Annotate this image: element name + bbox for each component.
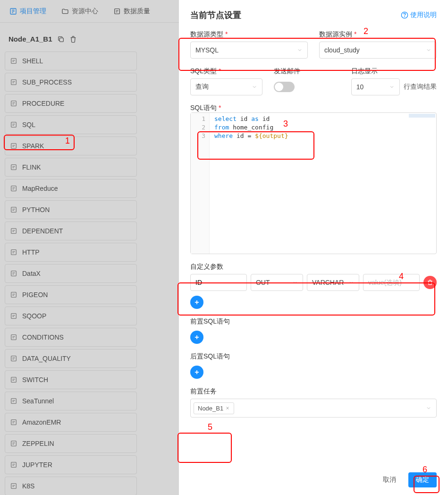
task-type-label: CONDITIONS	[22, 333, 64, 341]
pre-task-select[interactable]: Node_B1	[190, 399, 437, 418]
task-type-label: DEPENDENT	[22, 227, 63, 235]
ds-instance-label: 数据源实例	[319, 30, 437, 39]
param-direction-select[interactable]: OUT	[251, 274, 303, 291]
task-type-datax[interactable]: DataX	[5, 264, 137, 283]
svg-rect-26	[11, 484, 17, 489]
task-type-label: K8S	[22, 482, 34, 490]
svg-rect-8	[11, 101, 17, 106]
task-type-shell[interactable]: SHELL	[5, 51, 137, 70]
nav-project-label: 项目管理	[20, 7, 46, 16]
task-icon	[10, 227, 17, 235]
drawer-title: 当前节点设置	[190, 9, 241, 21]
task-type-jupyter[interactable]: JUPYTER	[5, 455, 137, 474]
svg-rect-18	[11, 314, 17, 319]
svg-rect-12	[11, 186, 17, 191]
log-display-value: 10	[356, 83, 364, 91]
pre-task-tag: Node_B1	[194, 402, 234, 414]
param-row: OUT VARCHAR	[190, 274, 437, 291]
param-direction-value: OUT	[256, 279, 270, 286]
svg-rect-10	[11, 144, 17, 149]
task-type-label: ZEPPELIN	[22, 440, 54, 447]
post-sql-label: 后置SQL语句	[190, 352, 437, 361]
copy-icon[interactable]	[57, 35, 65, 43]
task-type-label: JUPYTER	[22, 461, 52, 469]
task-type-procedure[interactable]: PROCEDURE	[5, 94, 137, 113]
chevron-down-icon	[426, 47, 431, 53]
task-type-label: PIGEON	[22, 291, 48, 299]
task-icon	[10, 333, 17, 341]
add-pre-sql-button[interactable]	[190, 331, 203, 344]
send-mail-switch[interactable]	[274, 82, 295, 92]
task-icon	[10, 100, 17, 107]
svg-point-28	[405, 17, 405, 17]
help-link[interactable]: 使用说明	[401, 11, 437, 19]
ds-instance-select[interactable]: cloud_study	[319, 42, 437, 59]
task-icon	[10, 312, 17, 320]
param-type-select[interactable]: VARCHAR	[307, 274, 359, 291]
chevron-down-icon	[348, 280, 354, 285]
task-type-label: SWITCH	[22, 376, 48, 384]
sql-type-select[interactable]: 查询	[190, 78, 262, 95]
post-sql-section: 后置SQL语句	[190, 352, 437, 379]
sql-type-group: SQL类型 查询	[190, 67, 262, 95]
plus-icon	[194, 334, 200, 341]
close-icon[interactable]	[225, 406, 230, 410]
task-type-dependent[interactable]: DEPENDENT	[5, 222, 137, 240]
sql-editor[interactable]: 123 select id as idfrom home_configwhere…	[190, 112, 437, 254]
ds-type-select[interactable]: MYSQL	[190, 42, 308, 59]
task-type-switch[interactable]: SWITCH	[5, 370, 137, 389]
task-type-zeppelin[interactable]: ZEPPELIN	[5, 434, 137, 453]
sql-stmt-section: SQL语句 123 select id as idfrom home_confi…	[190, 104, 437, 254]
task-type-conditions[interactable]: CONDITIONS	[5, 328, 137, 347]
param-delete-button[interactable]	[423, 276, 437, 289]
task-icon	[10, 206, 17, 213]
nav-project[interactable]: 项目管理	[9, 7, 46, 16]
task-type-sql[interactable]: SQL	[5, 115, 137, 134]
task-type-seatunnel[interactable]: SeaTunnel	[5, 392, 137, 410]
task-type-python[interactable]: PYTHON	[5, 200, 137, 219]
task-type-spark[interactable]: SPARK	[5, 137, 137, 155]
task-icon	[10, 248, 17, 256]
plus-icon	[194, 299, 200, 306]
task-type-data_quality[interactable]: DATA_QUALITY	[5, 349, 137, 368]
pre-sql-label: 前置SQL语句	[190, 317, 437, 326]
quality-icon	[113, 8, 121, 15]
log-display-label: 日志显示	[351, 67, 437, 76]
editor-body[interactable]: select id as idfrom home_configwhere id …	[210, 113, 436, 254]
svg-rect-17	[11, 292, 17, 298]
add-post-sql-button[interactable]	[190, 366, 203, 379]
add-param-button[interactable]	[190, 296, 203, 309]
nav-resource[interactable]: 资源中心	[61, 7, 98, 16]
custom-params-label: 自定义参数	[190, 263, 437, 271]
task-type-k8s[interactable]: K8S	[5, 477, 137, 495]
task-icon	[10, 397, 17, 405]
task-type-sqoop[interactable]: SQOOP	[5, 307, 137, 325]
svg-rect-20	[11, 356, 17, 361]
task-type-sub_process[interactable]: SUB_PROCESS	[5, 73, 137, 92]
settings-drawer: 当前节点设置 使用说明 数据源类型 MYSQL 数据源实例 cloud_stud…	[179, 0, 448, 495]
task-type-label: SeaTunnel	[22, 397, 54, 405]
ds-instance-value: cloud_study	[324, 46, 360, 54]
task-type-flink[interactable]: FLINK	[5, 158, 137, 177]
task-type-label: DATA_QUALITY	[22, 355, 71, 362]
task-type-label: PROCEDURE	[22, 100, 64, 107]
param-name-input[interactable]	[190, 274, 247, 291]
nav-quality[interactable]: 数据质量	[113, 7, 150, 16]
task-icon	[10, 57, 17, 65]
ok-button[interactable]: 确定	[408, 472, 437, 487]
log-display-select[interactable]: 10	[351, 78, 400, 95]
delete-icon[interactable]	[69, 35, 77, 43]
task-type-http[interactable]: HTTP	[5, 243, 137, 262]
pre-task-tag-label: Node_B1	[198, 405, 223, 412]
task-type-amazonemr[interactable]: AmazonEMR	[5, 413, 137, 432]
cancel-button[interactable]: 取消	[375, 472, 404, 487]
task-type-label: SQL	[22, 121, 35, 128]
task-type-mapreduce[interactable]: MapReduce	[5, 179, 137, 198]
task-icon	[10, 142, 17, 150]
task-type-pigeon[interactable]: PIGEON	[5, 285, 137, 304]
folder-icon	[61, 8, 69, 15]
pre-task-label: 前置任务	[190, 387, 437, 396]
svg-rect-16	[11, 271, 17, 276]
param-value-input[interactable]	[363, 274, 420, 291]
task-icon	[10, 440, 17, 447]
